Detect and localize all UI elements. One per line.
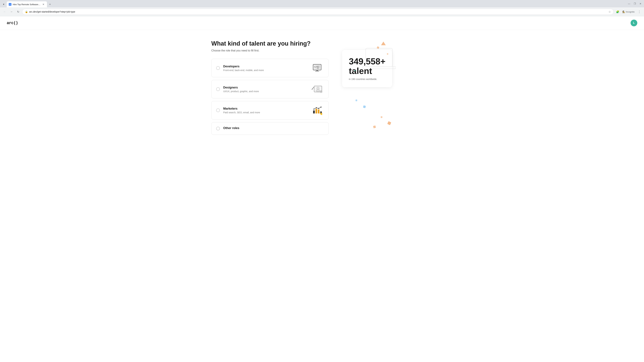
tab-favicon: A <box>9 3 12 6</box>
option-title-designers: Designers <box>223 86 310 89</box>
designers-icon <box>310 84 324 94</box>
radio-designers[interactable] <box>216 87 220 91</box>
option-card-other[interactable]: Other roles <box>211 122 329 135</box>
tab-bar: ▼ A Hire Top Remote Software Dev... ✕ + … <box>0 0 644 7</box>
svg-marker-10 <box>312 89 313 90</box>
svg-line-9 <box>312 87 314 89</box>
deco-blue-1 <box>363 105 366 108</box>
nav-bar: ← → ↻ 🔒 arc.dev/get-started/developer?st… <box>0 7 644 16</box>
main-layout: What kind of talent are you hiring? Choo… <box>204 30 440 145</box>
extensions-button[interactable]: 🧩 <box>615 9 620 14</box>
svg-rect-6 <box>317 68 319 69</box>
site-header: arc() L <box>0 16 644 30</box>
stats-number: 349,558+ <box>349 57 386 66</box>
svg-rect-3 <box>317 66 320 66</box>
deco-square-5 <box>373 125 376 128</box>
svg-point-23 <box>320 107 322 108</box>
right-content: 349,558+ talent in 190 countries worldwi… <box>329 40 396 135</box>
option-title-marketers: Marketers <box>223 107 310 110</box>
svg-rect-8 <box>315 71 319 71</box>
active-tab[interactable]: A Hire Top Remote Software Dev... ✕ <box>7 1 47 7</box>
reload-button[interactable]: ↻ <box>16 9 21 14</box>
svg-rect-5 <box>317 67 320 68</box>
page-subtitle: Choose the role that you need to fill fi… <box>211 49 329 52</box>
stats-card: 349,558+ talent in 190 countries worldwi… <box>342 50 392 87</box>
bookmark-icon[interactable]: ☆ <box>608 10 611 13</box>
tab-group-arrow[interactable]: ▼ <box>1 2 6 7</box>
svg-point-20 <box>314 109 314 110</box>
lock-icon: 🔒 <box>25 10 28 13</box>
marketers-icon: 👆 <box>310 105 324 115</box>
minimize-button[interactable]: — <box>627 1 631 6</box>
more-options-button[interactable]: ⋮ <box>636 9 642 14</box>
header-right: L <box>630 19 637 26</box>
tab-close-button[interactable]: ✕ <box>42 3 45 6</box>
incognito-icon: 🕵 <box>622 10 625 13</box>
option-card-developers[interactable]: Developers Front-end, back-end, mobile, … <box>211 59 329 77</box>
option-text-other: Other roles <box>223 126 324 131</box>
forward-button[interactable]: → <box>9 9 14 14</box>
svg-rect-18 <box>318 109 320 113</box>
page-content: arc() L What kind of talent are you hiri… <box>0 16 644 362</box>
options-list: Developers Front-end, back-end, mobile, … <box>211 59 329 135</box>
url-text: arc.dev/get-started/developer?step=job-t… <box>29 10 607 13</box>
option-card-designers[interactable]: Designers UI/UX, product, graphic, and m… <box>211 80 329 98</box>
svg-point-12 <box>317 87 319 90</box>
deco-square-4 <box>381 116 382 118</box>
user-avatar[interactable]: L <box>630 19 637 26</box>
deco-square-3 <box>387 121 391 125</box>
stats-description: in 190 countries worldwide. <box>349 78 386 80</box>
nav-right-controls: 🧩 🕵 Incognito ⋮ <box>615 9 642 14</box>
option-desc-marketers: Paid search, SEO, email, and more <box>223 111 310 114</box>
svg-rect-16 <box>313 110 315 113</box>
window-controls: — ❐ ✕ <box>627 1 643 7</box>
incognito-text: Incognito <box>626 10 634 13</box>
left-content: What kind of talent are you hiring? Choo… <box>211 40 329 135</box>
browser-chrome: ▼ A Hire Top Remote Software Dev... ✕ + … <box>0 0 644 16</box>
option-desc-developers: Front-end, back-end, mobile, and more <box>223 69 310 71</box>
option-title-developers: Developers <box>223 65 310 68</box>
option-title-other: Other roles <box>223 126 324 130</box>
option-desc-designers: UI/UX, product, graphic, and more <box>223 90 310 93</box>
deco-triangle-1 <box>381 41 386 45</box>
option-text-designers: Designers UI/UX, product, graphic, and m… <box>223 86 310 93</box>
tab-title: Hire Top Remote Software Dev... <box>13 3 40 6</box>
svg-rect-4 <box>317 67 319 67</box>
deco-square-1 <box>377 46 379 49</box>
svg-point-22 <box>318 108 319 109</box>
address-bar[interactable]: 🔒 arc.dev/get-started/developer?step=job… <box>22 9 614 15</box>
option-card-marketers[interactable]: Marketers Paid search, SEO, email, and m… <box>211 101 329 119</box>
close-button[interactable]: ✕ <box>638 1 643 6</box>
developers-icon: </> <box>310 63 324 73</box>
radio-other[interactable] <box>216 127 220 130</box>
site-logo[interactable]: arc() <box>7 21 18 25</box>
option-text-marketers: Marketers Paid search, SEO, email, and m… <box>223 107 310 114</box>
svg-point-21 <box>316 107 317 108</box>
maximize-button[interactable]: ❐ <box>632 1 637 6</box>
page-title: What kind of talent are you hiring? <box>211 40 329 47</box>
incognito-indicator[interactable]: 🕵 Incognito <box>621 9 636 14</box>
back-button[interactable]: ← <box>2 9 8 14</box>
new-tab-button[interactable]: + <box>48 2 52 7</box>
deco-blue-2 <box>355 99 358 101</box>
radio-marketers[interactable] <box>216 108 220 112</box>
svg-rect-17 <box>316 109 317 113</box>
stats-label: talent <box>349 66 386 76</box>
radio-developers[interactable] <box>216 66 220 70</box>
option-text-developers: Developers Front-end, back-end, mobile, … <box>223 65 310 71</box>
svg-text:👆: 👆 <box>320 112 323 115</box>
svg-point-13 <box>316 89 320 92</box>
